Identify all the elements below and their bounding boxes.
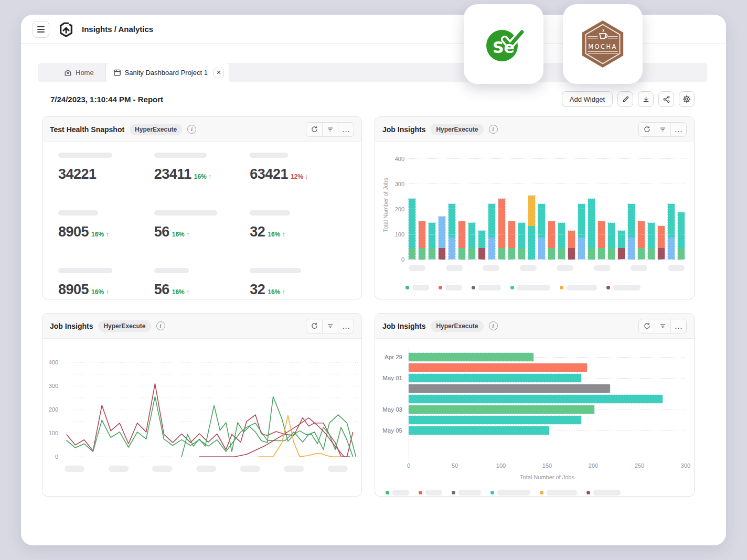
info-icon[interactable]: i (156, 321, 165, 330)
add-widget-button[interactable]: Add Widget (562, 91, 613, 107)
bar-segment-yellow (528, 196, 535, 226)
bar-segment-blue (668, 238, 675, 260)
stacked-bar (628, 204, 635, 260)
widgets-grid: Test Health Snapshot HyperExecute i … 34… (42, 116, 695, 497)
stat-cell: 890516% ↑ (58, 210, 154, 255)
x-axis-label: Total Number of Jobs (520, 474, 574, 480)
bar-segment-green (508, 248, 515, 260)
platform-badge: HyperExecute (130, 124, 182, 135)
share-button[interactable] (658, 91, 674, 107)
refresh-icon[interactable] (639, 123, 655, 136)
stat-cell: 5616% ↑ (154, 210, 250, 255)
bar-segment-teal (468, 223, 475, 249)
bar-segment-green (468, 248, 475, 260)
legend-item (540, 490, 577, 496)
bar-row (409, 426, 686, 435)
stacked-bar (528, 196, 535, 260)
bar-segment-maroon (658, 248, 665, 260)
stat-value-row: 2341116% ↑ (154, 166, 250, 182)
legend-item (405, 285, 429, 290)
line-chart: 0100200300400 (42, 339, 361, 496)
legend-label-skeleton (458, 490, 481, 496)
download-button[interactable] (638, 91, 654, 107)
bar-segment-maroon (568, 248, 575, 260)
filter-icon[interactable] (655, 319, 670, 333)
bar-segment-red (638, 221, 645, 248)
tab-close-icon[interactable]: ✕ (214, 68, 224, 78)
stacked-bar (419, 221, 425, 260)
bar-segment-green (429, 248, 435, 260)
refresh-icon[interactable] (306, 123, 322, 136)
tab-sanity-dashboard[interactable]: Sanity Dashboard Project 1 ✕ (106, 63, 229, 82)
stacked-bar (468, 223, 475, 260)
stat-cell: 6342112% ↓ (250, 153, 346, 197)
legend-dot (510, 286, 514, 289)
more-options-icon[interactable]: … (338, 123, 354, 136)
pencil-icon (622, 95, 629, 103)
stat-value-row: 5616% ↑ (154, 282, 250, 298)
stacked-bar (678, 212, 685, 260)
bar-row (409, 384, 686, 393)
x-tick-label: 200 (585, 462, 601, 469)
bar-segment-blue (449, 238, 455, 260)
selenium-integration-card[interactable]: Se (464, 4, 543, 84)
info-icon[interactable]: i (187, 125, 196, 134)
line-chart-svg (63, 351, 359, 457)
y-tick-label: 0 (42, 454, 58, 460)
edit-button[interactable] (617, 91, 633, 107)
hbar-teal (409, 426, 549, 435)
y-tick-label: 200 (387, 206, 404, 212)
filter-icon[interactable] (322, 319, 338, 333)
y-tick-label: 300 (42, 383, 58, 389)
stacked-bar (488, 204, 495, 260)
refresh-icon[interactable] (306, 319, 322, 333)
tab-active-label: Sanity Dashboard Project 1 (125, 69, 208, 77)
stat-value: 32 (250, 224, 265, 240)
stacked-bar (668, 204, 675, 260)
legend-item (452, 490, 481, 496)
refresh-icon[interactable] (639, 319, 655, 333)
filter-icon[interactable] (655, 123, 670, 136)
bar-segment-blue (578, 238, 585, 260)
legend-dot (606, 286, 610, 289)
hbar-red (409, 363, 587, 372)
stat-cell: 3216% ↑ (250, 268, 346, 299)
mocha-integration-card[interactable]: MOCHA (563, 4, 643, 84)
bar-segment-red (548, 221, 555, 248)
more-options-icon[interactable]: … (670, 123, 686, 136)
download-icon (642, 95, 650, 103)
info-icon[interactable]: i (489, 321, 498, 330)
info-icon[interactable]: i (489, 125, 498, 134)
tab-home[interactable]: Home (52, 63, 106, 82)
stat-label-skeleton (250, 153, 288, 158)
stat-value: 8905 (58, 282, 89, 298)
report-header: 7/24/2023, 1:10:44 PM - Report Add Widge… (50, 91, 695, 107)
more-options-icon[interactable]: … (338, 319, 354, 333)
stat-cell: 5616% ↑ (154, 268, 250, 299)
legend-item (386, 490, 409, 496)
x-tick-label: 300 (678, 462, 693, 469)
bar-segment-blue (628, 238, 635, 260)
stacked-bar (429, 223, 435, 260)
chart-legend (405, 285, 641, 290)
bar-segment-teal (588, 199, 595, 248)
platform-badge: HyperExecute (431, 320, 483, 332)
x-label-skeleton (557, 265, 573, 271)
settings-button[interactable] (679, 91, 695, 107)
stacked-bar (658, 226, 665, 260)
stacked-bar-chart: Total Number of Jobs0100200300400 (375, 142, 694, 299)
more-options-icon[interactable]: … (670, 319, 686, 333)
stacked-bar (458, 221, 465, 260)
stat-value-row: 890516% ↑ (58, 224, 154, 240)
hamburger-menu-button[interactable] (33, 21, 49, 38)
chart-legend (386, 490, 621, 496)
legend-dot (490, 491, 494, 494)
filter-icon[interactable] (322, 123, 338, 136)
bar-segment-red (458, 221, 465, 248)
stacked-bar (568, 231, 575, 260)
bar-segment-green (608, 248, 615, 260)
x-label-skeleton (446, 265, 463, 271)
stat-label-skeleton (58, 153, 112, 158)
widget-title: Job Insights (50, 322, 93, 330)
category-label: Apr 29 (375, 354, 402, 360)
